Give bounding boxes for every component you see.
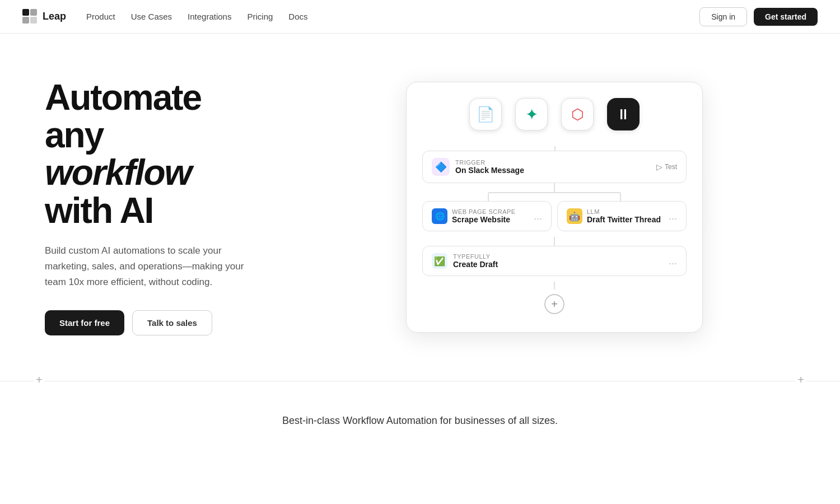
workflow-icons-row: 📄 ✦ ⬡ ⏸ — [422, 98, 687, 130]
logo-link[interactable]: Leap — [22, 9, 66, 25]
create-draft-title: Create Draft — [453, 260, 498, 269]
navbar: Leap Product Use Cases Integrations Pric… — [0, 0, 840, 34]
nav-right: Sign in Get started — [699, 7, 818, 26]
logo-text: Leap — [43, 11, 66, 22]
pause-icon: ⏸ — [607, 98, 640, 130]
nav-link-use-cases[interactable]: Use Cases — [131, 12, 172, 21]
hero-illustration: 📄 ✦ ⬡ ⏸ 🔷 Trigger On Slack Message — [291, 59, 840, 355]
logo-icon — [22, 9, 38, 25]
openai-icon: ✦ — [515, 98, 548, 130]
talk-to-sales-button[interactable]: Talk to sales — [132, 310, 212, 335]
scrape-title: Scrape Website — [452, 215, 516, 224]
typefully-icon: ✅ — [432, 253, 447, 269]
web-page-scrape-icon: 🌐 — [432, 208, 447, 224]
svg-rect-1 — [30, 9, 37, 16]
nav-link-pricing[interactable]: Pricing — [247, 12, 273, 21]
scrape-menu-dots[interactable]: ... — [534, 211, 542, 222]
nav-links: Product Use Cases Integrations Pricing D… — [86, 12, 308, 22]
svg-rect-3 — [30, 17, 37, 24]
nav-left: Leap Product Use Cases Integrations Pric… — [22, 9, 308, 25]
draft-label: LLM — [587, 208, 661, 215]
scrape-website-node: 🌐 Web Page Scrape Scrape Website ... — [422, 201, 552, 231]
workflow-card: 📄 ✦ ⬡ ⏸ 🔷 Trigger On Slack Message — [406, 82, 703, 333]
hero-section: Automate any workflow with AI Build cust… — [0, 0, 840, 381]
hero-title-italic: workflow — [45, 152, 191, 193]
draft-thread-node: 🤖 LLM Draft Twitter Thread ... — [557, 201, 687, 231]
hero-title: Automate any workflow with AI — [45, 79, 258, 230]
slack-node-icon: 🔷 — [432, 158, 450, 176]
nav-link-docs[interactable]: Docs — [288, 12, 307, 21]
nav-link-product[interactable]: Product — [86, 12, 115, 21]
create-draft-node: ✅ Typefully Create Draft ... — [422, 246, 687, 276]
draft-title: Draft Twitter Thread — [587, 215, 661, 224]
llm-icon: 🤖 — [567, 208, 582, 224]
sign-in-button[interactable]: Sign in — [699, 7, 747, 26]
trigger-label: Trigger — [455, 159, 524, 166]
create-draft-info: Typefully Create Draft — [453, 253, 498, 269]
trigger-title: On Slack Message — [455, 166, 524, 175]
add-step-button[interactable]: + — [544, 294, 564, 314]
hero-title-normal: with AI — [45, 190, 153, 231]
target-icon: ⬡ — [561, 98, 594, 130]
start-for-free-button[interactable]: Start for free — [45, 310, 124, 335]
create-draft-menu-dots[interactable]: ... — [669, 255, 677, 267]
google-docs-icon: 📄 — [469, 98, 502, 130]
hero-content: Automate any workflow with AI Build cust… — [0, 45, 291, 369]
divider-section: Best-in-class Workflow Automation for bu… — [0, 381, 840, 449]
svg-rect-0 — [22, 9, 29, 16]
svg-rect-2 — [22, 17, 29, 24]
scrape-node-info: Web Page Scrape Scrape Website — [452, 208, 516, 224]
scrape-label: Web Page Scrape — [452, 208, 516, 215]
draft-node-info: LLM Draft Twitter Thread — [587, 208, 661, 224]
footer-banner-text: Best-in-class Workflow Automation for bu… — [45, 415, 795, 427]
trigger-test[interactable]: ▷ Test — [656, 162, 677, 171]
hero-actions: Start for free Talk to sales — [45, 310, 258, 335]
test-label: Test — [665, 163, 677, 171]
play-icon: ▷ — [656, 162, 662, 171]
workflow-pair-row: 🌐 Web Page Scrape Scrape Website ... 🤖 L… — [422, 201, 687, 231]
draft-menu-dots[interactable]: ... — [669, 211, 677, 222]
trigger-node-info: Trigger On Slack Message — [455, 159, 524, 175]
trigger-node: 🔷 Trigger On Slack Message ▷ Test — [422, 151, 687, 183]
get-started-button[interactable]: Get started — [754, 8, 818, 26]
typefully-label: Typefully — [453, 253, 498, 260]
hero-description: Build custom AI automations to scale you… — [45, 243, 258, 290]
hero-title-line1: Automate any — [45, 77, 201, 155]
nav-link-integrations[interactable]: Integrations — [188, 12, 231, 21]
